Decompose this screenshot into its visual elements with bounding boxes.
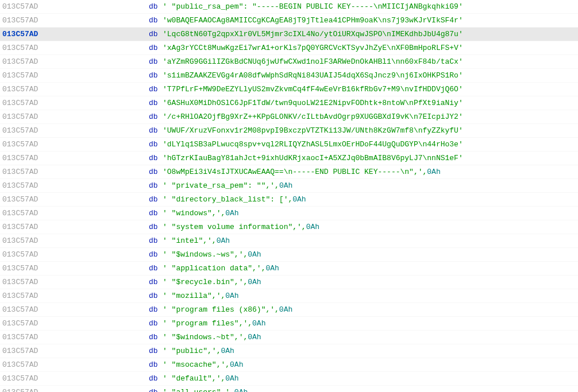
- string-key: $windows.~ws: [176, 248, 230, 262]
- string-mid: ",: [234, 317, 244, 331]
- disasm-line[interactable]: 013C57ADdb'xAg3rYCCt8MuwKgzEi7wrA1+orKls…: [0, 41, 578, 55]
- disasm-line[interactable]: 013C57ADdb' "program files (x86)",',0Ah: [0, 303, 578, 317]
- string-value: 6ASHuX0MiDhOSlC6JpF1TdW/twn9quoLW21E2Nip…: [167, 96, 458, 110]
- string-prefix: ' ": [163, 248, 176, 262]
- disasm-line[interactable]: 013C57ADdb' "$windows.~ws",',0Ah: [0, 248, 578, 262]
- string-mid: ": ": [243, 179, 261, 193]
- string-mid: ": ": [239, 0, 257, 14]
- string-prefix: ': [163, 83, 167, 96]
- disasm-line[interactable]: 013C57ADdb' "intel",',0Ah: [0, 234, 578, 248]
- address-column: 013C57AD: [2, 0, 149, 14]
- string-prefix: ' ": [163, 303, 176, 317]
- disasm-line[interactable]: 013C57ADdb' "$windows.~bt",',0Ah: [0, 331, 578, 344]
- disasm-line[interactable]: 013C57ADdb' "windows",',0Ah: [0, 207, 578, 220]
- string-key: application data: [176, 262, 248, 275]
- disasm-line[interactable]: 013C57ADdb' "program files",',0Ah: [0, 317, 578, 331]
- string-mid: ",: [261, 303, 271, 317]
- mnemonic-db: db: [149, 28, 163, 41]
- string-suffix: ': [458, 28, 463, 41]
- disasm-line[interactable]: 013C57ADdb' "directory_black_list": [',0…: [0, 193, 578, 207]
- string-prefix: ' ": [163, 317, 176, 331]
- string-prefix: ': [163, 165, 167, 179]
- string-prefix: ': [163, 28, 167, 41]
- string-mid: ",: [288, 220, 297, 234]
- string-suffix: ',: [257, 262, 266, 275]
- string-suffix: ': [458, 14, 463, 28]
- string-suffix: ': [458, 69, 463, 83]
- mnemonic-db: db: [149, 152, 163, 165]
- disasm-line[interactable]: 013C57ADdb' "public_rsa_pem": "-----BEGI…: [0, 0, 578, 14]
- string-suffix: ',: [217, 289, 226, 303]
- string-prefix: ' ": [163, 207, 176, 220]
- string-suffix: ': [458, 83, 463, 96]
- address-column: 013C57AD: [2, 152, 149, 165]
- disasm-line[interactable]: 013C57ADdb' "msocache",',0Ah: [0, 358, 578, 372]
- trailing-byte: 0Ah: [252, 317, 265, 331]
- trailing-byte: 0Ah: [306, 220, 319, 234]
- disasm-line[interactable]: 013C57ADdb' "default",',0Ah: [0, 372, 578, 386]
- trailing-byte: 0Ah: [225, 372, 238, 386]
- mnemonic-db: db: [149, 248, 163, 262]
- disasm-line[interactable]: 013C57ADdb' "public",',0Ah: [0, 344, 578, 358]
- address-column: 013C57AD: [2, 28, 149, 41]
- trailing-byte: 0Ah: [248, 331, 261, 344]
- mnemonic-db: db: [149, 289, 163, 303]
- disasm-line[interactable]: 013C57ADdb' "application data",',0Ah: [0, 262, 578, 275]
- string-suffix: ',: [243, 317, 252, 331]
- string-key: mozilla: [176, 289, 207, 303]
- mnemonic-db: db: [149, 358, 163, 372]
- disasm-line[interactable]: 013C57ADdb'T7PfLrF+MW9DeEZYLlyUS2mvZkvmC…: [0, 83, 578, 96]
- disasm-line[interactable]: 013C57ADdb'O8wMpEi3iV4sIJTXUCAwEAAQ==\n-…: [0, 165, 578, 179]
- string-key: program files: [176, 317, 234, 331]
- string-prefix: ': [163, 138, 167, 152]
- disasm-line[interactable]: 013C57ADdb'UWUF/XruzVFonxv1r2M08pvpI9Bxc…: [0, 124, 578, 138]
- string-key: public_rsa_pem: [176, 0, 238, 14]
- string-key: private_rsa_pem: [176, 179, 243, 193]
- string-suffix: ',: [418, 165, 427, 179]
- address-column: 013C57AD: [2, 262, 149, 275]
- trailing-byte: 0Ah: [217, 234, 230, 248]
- string-suffix: ': [458, 41, 463, 55]
- string-suffix: ': [458, 55, 463, 69]
- string-value: -----BEGIN PUBLIC KEY-----\nMIICIjANBgkq…: [257, 0, 458, 14]
- string-value: xAg3rYCCt8MuwKgzEi7wrA1+orKls7pQ0YGRCVcK…: [167, 41, 458, 55]
- mnemonic-db: db: [149, 14, 163, 28]
- disasm-line[interactable]: 013C57ADdb' "mozilla",',0Ah: [0, 289, 578, 303]
- string-prefix: ' ": [163, 0, 176, 14]
- mnemonic-db: db: [149, 220, 163, 234]
- string-mid: ",: [212, 358, 221, 372]
- mnemonic-db: db: [149, 303, 163, 317]
- disasm-line[interactable]: 013C57ADdb' "$recycle.bin",',0Ah: [0, 275, 578, 289]
- disasm-line[interactable]: 013C57ADdb'w0BAQEFAAOCAg8AMIICCgKCAgEA8j…: [0, 14, 578, 28]
- string-prefix: ': [163, 55, 167, 69]
- mnemonic-db: db: [149, 262, 163, 275]
- mnemonic-db: db: [149, 69, 163, 83]
- disasm-line[interactable]: 013C57ADdb's1imBZAAKZEVGg4rA08dfwWphSdRq…: [0, 69, 578, 83]
- trailing-byte: 0Ah: [279, 179, 292, 193]
- trailing-byte: 0Ah: [427, 165, 440, 179]
- disasm-line[interactable]: 013C57ADdb' "all users",',0Ah: [0, 386, 578, 392]
- mnemonic-db: db: [149, 0, 163, 14]
- string-suffix: ',: [239, 331, 248, 344]
- disasm-line[interactable]: 013C57ADdb'LqcG8tN60Tg2qpxXlr0VL5Mjmr3cI…: [0, 28, 578, 41]
- string-suffix: ': [458, 110, 463, 124]
- string-key: windows: [176, 207, 207, 220]
- mnemonic-db: db: [149, 275, 163, 289]
- disasm-line[interactable]: 013C57ADdb' "system volume information",…: [0, 220, 578, 234]
- disasm-line[interactable]: 013C57ADdb'/c+RHlOA2OjfBg9XrZ++KPpGLONKV…: [0, 110, 578, 124]
- address-column: 013C57AD: [2, 124, 149, 138]
- string-prefix: ' ": [163, 386, 176, 393]
- trailing-byte: 0Ah: [248, 275, 261, 289]
- mnemonic-db: db: [149, 234, 163, 248]
- disasm-line[interactable]: 013C57ADdb'aYZmRG9GGilIZGkBdCNUq6jwUfwCX…: [0, 55, 578, 69]
- string-prefix: ': [163, 124, 167, 138]
- trailing-byte: 0Ah: [265, 262, 279, 275]
- string-key: directory_black_list: [176, 193, 265, 207]
- disasm-line[interactable]: 013C57ADdb'hGTzrKIauBagY81ahJct+9ixhUdKR…: [0, 152, 578, 165]
- disassembly-listing: 013C57ADdb' "public_rsa_pem": "-----BEGI…: [0, 0, 578, 392]
- string-suffix: ',: [270, 303, 279, 317]
- string-mid: ": [: [265, 193, 283, 207]
- disasm-line[interactable]: 013C57ADdb'6ASHuX0MiDhOSlC6JpF1TdW/twn9q…: [0, 96, 578, 110]
- disasm-line[interactable]: 013C57ADdb'dLYlq1SB3aPLwucq8spv+vql2RLIQ…: [0, 138, 578, 152]
- disasm-line[interactable]: 013C57ADdb' "private_rsa_pem": "",',0Ah: [0, 179, 578, 193]
